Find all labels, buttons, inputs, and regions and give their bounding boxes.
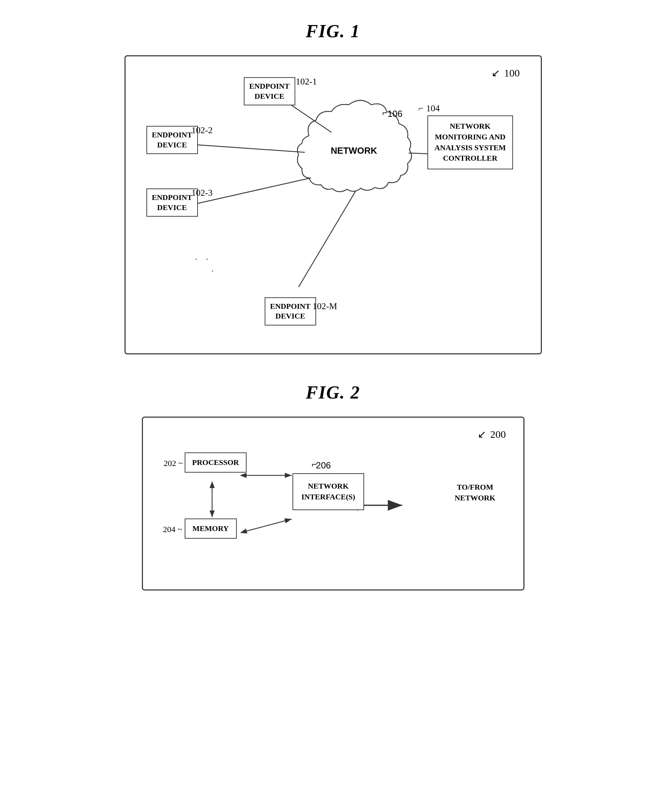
page: FIG. 1 100 NETWORK 106 ⌐ bbox=[0, 0, 666, 812]
memory-box: MEMORY bbox=[185, 519, 237, 539]
ref-100: 100 bbox=[491, 67, 520, 79]
fig2-section: FIG. 2 200 bbox=[28, 382, 638, 590]
svg-text:⌐: ⌐ bbox=[312, 460, 317, 469]
mem-ref-label: 204 ~ bbox=[163, 525, 182, 534]
endpoint-m-box: ENDPOINT DEVICE bbox=[265, 297, 316, 326]
fig1-title: FIG. 1 bbox=[28, 21, 638, 41]
ep2-ref-label: 102-2 bbox=[191, 125, 213, 136]
svg-text:206: 206 bbox=[316, 460, 331, 470]
nm-ref-label: ⌐ 104 bbox=[418, 103, 440, 114]
svg-line-8 bbox=[246, 471, 292, 497]
ref-200: 200 bbox=[478, 428, 506, 440]
endpoint-1-box: ENDPOINT DEVICE bbox=[244, 77, 295, 105]
svg-line-6 bbox=[298, 191, 355, 287]
tofrom-network-label: TO/FROM NETWORK bbox=[455, 482, 495, 504]
proc-ref-label: 202 ~ bbox=[164, 459, 183, 468]
ep-m-ref-label: 102-M bbox=[313, 301, 337, 311]
svg-text:⌐: ⌐ bbox=[382, 108, 387, 117]
endpoint-3-box: ENDPOINT DEVICE bbox=[147, 188, 198, 217]
fig1-diagram: 100 NETWORK 106 ⌐ ENDPOINT bbox=[125, 55, 542, 354]
svg-text:106: 106 bbox=[387, 109, 402, 119]
ep1-ref-label: 102-1 bbox=[296, 76, 317, 87]
ep3-ref-label: 102-3 bbox=[191, 188, 213, 198]
fig2-diagram: 200 bbox=[142, 417, 524, 590]
dots-decoration: · · · bbox=[195, 253, 217, 277]
processor-box: PROCESSOR bbox=[185, 453, 247, 473]
svg-line-11 bbox=[247, 519, 292, 531]
svg-text:NETWORK: NETWORK bbox=[330, 146, 377, 155]
endpoint-2-box: ENDPOINT DEVICE bbox=[147, 126, 198, 154]
nm-controller-box: NETWORK MONITORING AND ANALYSIS SYSTEM C… bbox=[427, 115, 513, 170]
fig2-title: FIG. 2 bbox=[28, 382, 638, 403]
svg-line-4 bbox=[191, 144, 305, 152]
network-interface-box: NETWORK INTERFACE(S) bbox=[292, 473, 364, 510]
